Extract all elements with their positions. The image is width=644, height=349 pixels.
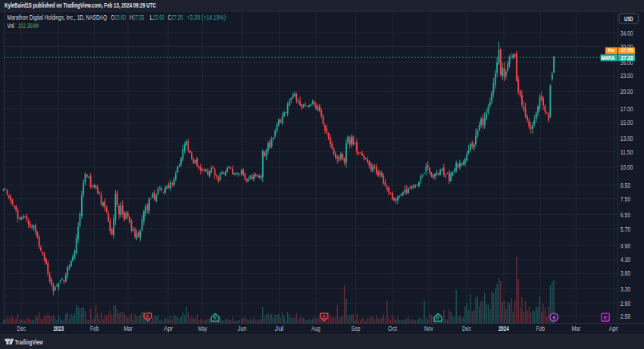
svg-text:15.00: 15.00 (621, 119, 633, 126)
svg-text:6.50: 6.50 (621, 211, 631, 219)
svg-text:Feb: Feb (536, 325, 545, 332)
svg-text:Jun: Jun (238, 325, 247, 332)
svg-text:13.00: 13.00 (621, 135, 633, 142)
svg-text:Vol: Vol (8, 22, 14, 30)
svg-text:2.58: 2.58 (621, 313, 631, 320)
svg-text:Marathon Digital Holdings, Inc: Marathon Digital Holdings, Inc., 1D, NAS… (8, 14, 108, 21)
svg-text:23.60: 23.60 (114, 14, 126, 21)
svg-text:+3.39 (+14.19%): +3.39 (+14.19%) (187, 14, 227, 21)
svg-text:E: E (323, 314, 327, 319)
svg-text:Oct: Oct (388, 325, 397, 332)
svg-text:TradingView: TradingView (15, 338, 44, 346)
svg-text:27.28: 27.28 (171, 14, 183, 21)
svg-text:Nov: Nov (424, 325, 433, 332)
svg-text:27.55: 27.55 (133, 14, 145, 21)
svg-text:Mar: Mar (572, 325, 581, 332)
svg-text:102.364M: 102.364M (18, 22, 39, 30)
svg-text:USD: USD (624, 16, 633, 23)
svg-text:11.50: 11.50 (621, 148, 633, 156)
svg-text:2024: 2024 (499, 325, 509, 332)
svg-text:Feb: Feb (90, 325, 99, 332)
svg-text:Pre: Pre (608, 48, 615, 53)
svg-text:Jul: Jul (275, 325, 284, 332)
svg-text:23.60: 23.60 (153, 14, 164, 21)
svg-text:27.55: 27.55 (621, 48, 633, 53)
svg-text:2.90: 2.90 (621, 300, 631, 307)
svg-text:E: E (603, 314, 607, 321)
svg-text:2023: 2023 (53, 325, 64, 332)
svg-text:4.90: 4.90 (621, 242, 631, 250)
svg-text:Dec: Dec (462, 325, 471, 332)
svg-text:Apr: Apr (609, 325, 618, 332)
svg-text:May: May (199, 325, 208, 332)
svg-text:4.30: 4.30 (621, 256, 631, 263)
svg-text:5.70: 5.70 (621, 226, 631, 233)
svg-text:E: E (436, 315, 440, 320)
svg-text:Dec: Dec (17, 325, 26, 332)
svg-text:E: E (214, 315, 217, 320)
svg-text:KyleBaird15 published on Tradi: KyleBaird15 published on TradingView.com… (5, 2, 156, 9)
svg-text:3.30: 3.30 (621, 285, 631, 293)
svg-text:Aug: Aug (311, 325, 320, 332)
svg-text:27.28: 27.28 (621, 55, 633, 61)
svg-text:34.00: 34.00 (621, 30, 633, 37)
svg-text:Sep: Sep (352, 325, 361, 332)
svg-text:10.00: 10.00 (621, 164, 633, 171)
svg-text:MARA: MARA (602, 55, 615, 61)
svg-text:Mar: Mar (123, 325, 133, 332)
svg-text:3.80: 3.80 (621, 270, 631, 277)
svg-text:8.50: 8.50 (621, 182, 631, 189)
svg-text:7.50: 7.50 (621, 195, 631, 203)
svg-text:17.00: 17.00 (621, 105, 633, 113)
svg-text:E: E (146, 314, 150, 319)
svg-text:23.00: 23.00 (621, 72, 633, 79)
svg-text:20.00: 20.00 (621, 88, 633, 95)
svg-text:Apr: Apr (164, 325, 173, 332)
